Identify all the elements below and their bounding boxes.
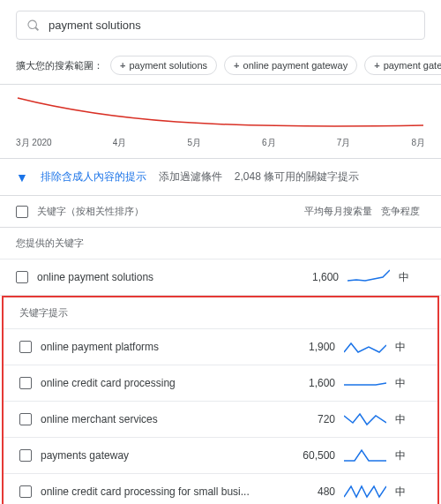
- competition-cell: 中: [395, 340, 422, 355]
- plus-icon: +: [120, 60, 125, 71]
- table-row[interactable]: online merchant services 720 中: [4, 402, 437, 438]
- volume-cell: 720: [291, 413, 335, 425]
- competition-cell: 中: [395, 412, 422, 427]
- exclude-adult-link[interactable]: 排除含成人內容的提示: [41, 169, 146, 184]
- search-input[interactable]: [49, 19, 414, 32]
- chip-1[interactable]: +online payment gateway: [224, 56, 357, 75]
- plus-icon: +: [234, 60, 239, 71]
- competition-cell: 中: [395, 485, 422, 500]
- expand-label: 擴大您的搜索範圍：: [16, 59, 103, 72]
- volume-cell: 1,900: [291, 341, 335, 353]
- sparkline: [348, 268, 390, 286]
- table-row[interactable]: online credit card processing 1,600 中: [4, 365, 437, 402]
- row-checkbox[interactable]: [19, 413, 32, 425]
- volume-cell: 1,600: [295, 271, 339, 283]
- keyword-cell: online payment platforms: [41, 341, 282, 353]
- volume-cell: 480: [291, 485, 335, 498]
- search-bar[interactable]: [16, 11, 425, 40]
- table-row[interactable]: online payment platforms 1,900 中: [4, 329, 437, 365]
- competition-cell: 中: [395, 448, 422, 463]
- sparkline: [344, 410, 386, 428]
- table-header: 关键字（按相关性排序） 平均每月搜索量 竞争程度: [0, 195, 441, 228]
- filter-row: ▼ 排除含成人內容的提示 添加過濾條件 2,048 條可用的關鍵字提示: [0, 159, 441, 195]
- ideas-highlight-box: 关键字提示 online payment platforms 1,900 中 o…: [2, 296, 439, 504]
- row-checkbox[interactable]: [19, 485, 32, 498]
- chart-x-axis: 3月 2020 4月 5月 6月 7月 8月: [0, 137, 441, 159]
- volume-cell: 60,500: [291, 449, 335, 462]
- sparkline: [344, 338, 386, 356]
- sparkline: [344, 374, 386, 392]
- competition-cell: 中: [399, 270, 425, 285]
- keyword-cell: payments gateway: [41, 449, 282, 462]
- section-provided: 您提供的关键字: [0, 228, 441, 260]
- keyword-cell: online credit card processing for small …: [41, 485, 282, 498]
- col-volume[interactable]: 平均每月搜索量: [293, 205, 372, 218]
- keyword-cell: online payment solutions: [37, 271, 286, 283]
- chip-0[interactable]: +payment solutions: [110, 56, 217, 75]
- funnel-icon[interactable]: ▼: [16, 170, 28, 184]
- sparkline: [344, 483, 386, 500]
- keyword-cell: online merchant services: [41, 413, 282, 425]
- keyword-cell: online credit card processing: [41, 377, 282, 389]
- col-keyword[interactable]: 关键字（按相关性排序）: [37, 205, 284, 218]
- search-icon: [27, 19, 40, 32]
- trend-chart: [0, 85, 441, 133]
- row-checkbox[interactable]: [16, 271, 28, 283]
- section-ideas: 关键字提示: [4, 297, 437, 329]
- plus-icon: +: [374, 60, 379, 71]
- row-checkbox[interactable]: [19, 377, 32, 389]
- chip-2[interactable]: +payment gateway solutio: [364, 56, 441, 75]
- col-competition[interactable]: 竞争程度: [381, 205, 425, 218]
- competition-cell: 中: [395, 376, 422, 391]
- row-checkbox[interactable]: [19, 449, 32, 462]
- table-row[interactable]: payments gateway 60,500 中: [4, 438, 437, 474]
- result-count: 2,048 條可用的關鍵字提示: [235, 169, 359, 184]
- sparkline: [344, 447, 386, 464]
- table-row[interactable]: online credit card processing for small …: [4, 474, 437, 504]
- add-filter-link[interactable]: 添加過濾條件: [159, 169, 222, 184]
- table-row[interactable]: online payment solutions 1,600 中: [0, 260, 441, 296]
- expand-search-row: 擴大您的搜索範圍： +payment solutions +online pay…: [0, 50, 441, 85]
- volume-cell: 1,600: [291, 377, 335, 389]
- row-checkbox[interactable]: [19, 341, 32, 353]
- select-all-checkbox[interactable]: [16, 206, 28, 218]
